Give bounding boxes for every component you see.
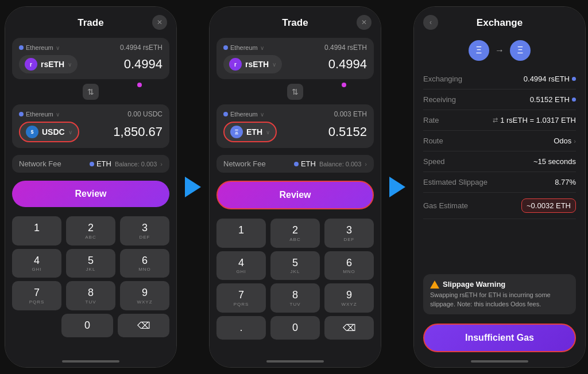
screen1-header: Trade ✕ bbox=[5, 7, 176, 34]
gas-label: Gas Estimate bbox=[423, 201, 468, 210]
exchange-from-icon: Ξ bbox=[469, 40, 489, 61]
screen2-close-button[interactable]: ✕ bbox=[357, 15, 372, 30]
arrow-2-container bbox=[381, 177, 413, 197]
route-chevron-icon: › bbox=[574, 138, 576, 145]
exchange-rows: Exchanging 0.4994 rsETH Receiving 0.5152… bbox=[414, 69, 585, 270]
phone-screen-2: Trade ✕ Ethereum ∨ 0.4994 rsETH r rsETH bbox=[209, 6, 381, 368]
warning-title: Slippage Warning bbox=[430, 280, 569, 289]
key-delete[interactable]: ⌫ bbox=[118, 314, 169, 338]
screen2-from-network: Ethereum ∨ bbox=[223, 44, 264, 51]
screen2-review-button[interactable]: Review bbox=[216, 181, 374, 209]
screen1-to-network: Ethereum ∨ bbox=[19, 111, 60, 118]
screen2-to-token-name: ETH bbox=[246, 127, 262, 137]
arrow-right-2 bbox=[389, 177, 405, 197]
route-label: Route bbox=[423, 137, 443, 145]
screen1-keypad: 1 2ABC 3DEF 4GHI 5JKL 6MNO 7PQRS 8TUV 9W… bbox=[5, 212, 176, 357]
slippage-row: Estimated Slippage 8.77% bbox=[423, 172, 576, 193]
rate-row: Rate ⇄ 1 rsETH = 1.0317 ETH bbox=[423, 110, 576, 131]
s2-keypad-row-1: 1 2ABC 3DEF bbox=[216, 219, 374, 248]
screen1-to-token-name: USDC bbox=[42, 127, 65, 137]
exchanging-value: 0.4994 rsETH bbox=[524, 75, 576, 83]
key-3[interactable]: 3DEF bbox=[120, 216, 169, 246]
screen2-from-section: Ethereum ∨ 0.4994 rsETH r rsETH ∨ 0.4994 bbox=[216, 38, 374, 79]
fee-dot bbox=[90, 162, 94, 166]
key-0[interactable]: 0 bbox=[61, 314, 113, 338]
screen2-from-token-name: rsETH bbox=[245, 60, 269, 69]
warning-triangle-icon bbox=[430, 280, 439, 289]
slippage-value: 8.77% bbox=[555, 178, 576, 186]
screen2-from-bottom: r rsETH ∨ 0.4994 bbox=[223, 55, 367, 73]
s2-key-4[interactable]: 4GHI bbox=[216, 251, 266, 280]
s2-key-0[interactable]: 0 bbox=[270, 316, 320, 340]
screen1-from-amount: 0.4994 bbox=[124, 57, 163, 72]
screen2-from-amount-label: 0.4994 rsETH bbox=[324, 44, 367, 52]
insufficient-gas-button[interactable]: Insufficient Gas bbox=[423, 324, 576, 352]
swap-icon[interactable]: ⇅ bbox=[83, 84, 99, 100]
exchanging-label: Exchanging bbox=[423, 75, 462, 83]
route-value[interactable]: Odos › bbox=[554, 137, 576, 145]
screen3-back-button[interactable]: ‹ bbox=[423, 15, 438, 30]
exchanging-dot bbox=[572, 77, 576, 81]
screen2-to-token-selector[interactable]: Ξ ETH ∨ bbox=[223, 122, 277, 142]
key-9[interactable]: 9WXYZ bbox=[120, 281, 169, 310]
screen2-home-indicator bbox=[266, 360, 324, 363]
screen2-swap-arrow: ⇅ bbox=[210, 84, 381, 100]
rate-value: ⇄ 1 rsETH = 1.0317 ETH bbox=[493, 116, 576, 124]
s2-key-8[interactable]: 8TUV bbox=[270, 283, 320, 313]
receiving-value: 0.5152 ETH bbox=[530, 95, 576, 104]
exchange-icon-row: Ξ → Ξ bbox=[414, 34, 585, 69]
s2-key-7[interactable]: 7PQRS bbox=[216, 283, 266, 313]
s2-to-network-dot bbox=[223, 112, 228, 116]
screen1-title: Trade bbox=[78, 17, 103, 29]
s2-key-5[interactable]: 5JKL bbox=[270, 251, 320, 280]
s2-key-dot[interactable]: . bbox=[216, 316, 266, 340]
s2-fee-dot bbox=[294, 162, 299, 166]
key-5[interactable]: 5JKL bbox=[66, 249, 115, 278]
gas-value: ~0.0032 ETH bbox=[521, 198, 576, 213]
from-chevron-icon: ∨ bbox=[68, 61, 72, 68]
s2-key-1[interactable]: 1 bbox=[216, 219, 266, 248]
s2-swap-icon[interactable]: ⇅ bbox=[287, 84, 303, 100]
eth-icon: Ξ bbox=[230, 126, 243, 138]
phone-screen-1: Trade ✕ Ethereum ∨ 0.4994 rsETH r rsETH bbox=[5, 6, 177, 368]
s2-key-6[interactable]: 6MNO bbox=[324, 251, 374, 280]
s2-key-2[interactable]: 2ABC bbox=[270, 219, 320, 248]
screen1-from-bottom: r rsETH ∨ 0.4994 bbox=[19, 55, 163, 73]
s2-to-chevron-icon: ∨ bbox=[266, 129, 270, 135]
key-6[interactable]: 6MNO bbox=[120, 249, 169, 278]
speed-row: Speed ~15 seconds bbox=[423, 151, 576, 172]
s2-key-3[interactable]: 3DEF bbox=[324, 219, 374, 248]
screen2-from-top: Ethereum ∨ 0.4994 rsETH bbox=[223, 44, 367, 52]
screen1-from-token-selector[interactable]: r rsETH ∨ bbox=[19, 55, 78, 73]
slippage-warning: Slippage Warning Swapping rsETH for ETH … bbox=[423, 274, 576, 314]
arrow-right-1 bbox=[185, 177, 201, 197]
to-network-dot bbox=[19, 112, 24, 116]
receiving-dot bbox=[572, 98, 576, 102]
s2-key-delete[interactable]: ⌫ bbox=[324, 316, 374, 340]
key-1[interactable]: 1 bbox=[12, 216, 61, 246]
screen2-to-section: Ethereum ∨ 0.003 ETH Ξ ETH ∨ 0.5152 bbox=[216, 104, 374, 148]
speed-label: Speed bbox=[423, 157, 445, 166]
screen1-review-button[interactable]: Review bbox=[12, 181, 169, 207]
key-7[interactable]: 7PQRS bbox=[12, 281, 61, 310]
rseth-icon: r bbox=[25, 58, 37, 71]
s2-rseth-icon: r bbox=[229, 58, 242, 71]
screen2-fee-balance: Balance: 0.003 bbox=[319, 161, 361, 167]
keypad-row-3: 7PQRS 8TUV 9WXYZ bbox=[12, 281, 169, 310]
screen1-to-token-selector[interactable]: $ USDC ∨ bbox=[19, 122, 79, 142]
screen2-from-token-selector[interactable]: r rsETH ∨ bbox=[223, 55, 282, 73]
exchange-arrow-icon: → bbox=[495, 45, 504, 56]
screen3-content: ‹ Exchange Ξ → Ξ Exchanging 0.4994 rsETH bbox=[414, 7, 585, 367]
screen1-fee-right: ETH Balance: 0.003 › bbox=[90, 159, 163, 168]
s2-dot-indicator bbox=[342, 83, 346, 87]
screen1-close-button[interactable]: ✕ bbox=[152, 15, 167, 30]
s2-key-9[interactable]: 9WXYZ bbox=[324, 283, 374, 313]
key-4[interactable]: 4GHI bbox=[12, 249, 61, 278]
screen2-to-bottom: Ξ ETH ∨ 0.5152 bbox=[223, 122, 367, 142]
key-8[interactable]: 8TUV bbox=[66, 281, 115, 310]
key-2[interactable]: 2ABC bbox=[66, 216, 115, 246]
screen1-home-indicator bbox=[62, 360, 119, 363]
dot-indicator bbox=[137, 83, 142, 87]
rate-label: Rate bbox=[423, 116, 439, 124]
screen1-to-amount: 1,850.67 bbox=[113, 124, 163, 139]
